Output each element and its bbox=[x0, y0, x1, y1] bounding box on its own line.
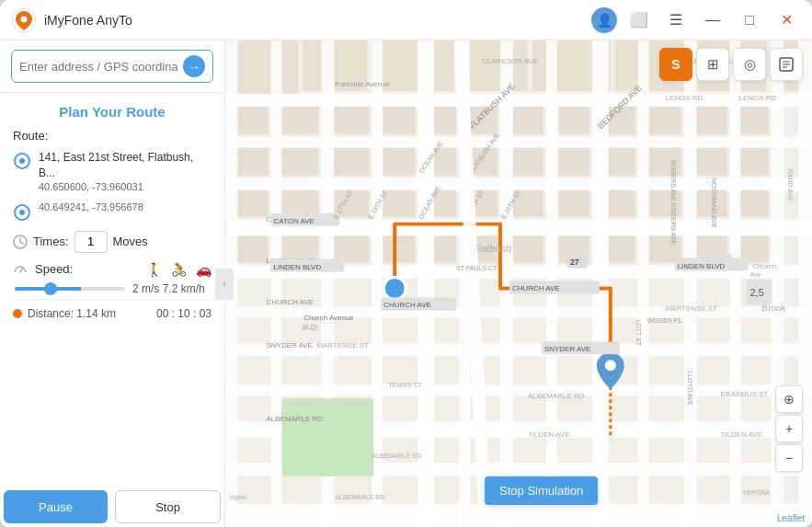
svg-text:MARTENSE ST: MARTENSE ST bbox=[316, 341, 369, 349]
search-input[interactable] bbox=[19, 60, 177, 74]
pause-button[interactable]: Pause bbox=[4, 490, 108, 523]
svg-rect-20 bbox=[225, 137, 812, 148]
svg-rect-40 bbox=[684, 40, 697, 527]
waypoint-2-coords: 40.649241, -73.956678 bbox=[39, 201, 143, 212]
stop-simulation-button[interactable]: Stop Simulation bbox=[485, 476, 598, 505]
svg-rect-46 bbox=[334, 107, 369, 134]
svg-text:SNYDER AVE: SNYDER AVE bbox=[544, 345, 590, 353]
menu-button[interactable]: ☰ bbox=[661, 6, 691, 35]
svg-rect-45 bbox=[281, 107, 318, 134]
speed-slider-row: 2 m/s 7.2 km/h bbox=[13, 282, 212, 295]
svg-text:TILDEN AVE: TILDEN AVE bbox=[528, 430, 569, 439]
svg-text:TILDEN AVE: TILDEN AVE bbox=[721, 430, 762, 439]
svg-text:LENOX RD: LENOX RD bbox=[666, 94, 703, 102]
waypoint-1-address: 141, East 21st Street, Flatbush, B... bbox=[39, 150, 212, 181]
action-buttons: Pause Stop bbox=[0, 490, 224, 527]
waypoint-1: 141, East 21st Street, Flatbush, B... 40… bbox=[13, 150, 212, 192]
clock-icon bbox=[13, 235, 28, 249]
left-panel: → Plan Your Route Route: bbox=[0, 40, 225, 527]
svg-rect-80 bbox=[238, 236, 269, 263]
compass-icon: ⊕ bbox=[783, 392, 795, 407]
svg-text:Church Avenue: Church Avenue bbox=[303, 314, 354, 322]
svg-text:CLARKSON AVE: CLARKSON AVE bbox=[482, 57, 538, 65]
compass-button[interactable]: ⊕ bbox=[775, 385, 803, 413]
waypoint-1-coords: 40.650600, -73.960031 bbox=[39, 181, 212, 192]
waypoint-2-info: 40.649241, -73.956678 bbox=[39, 201, 143, 212]
svg-text:LINDEN BLVD: LINDEN BLVD bbox=[274, 263, 322, 271]
tool-route-button[interactable]: ⊞ bbox=[696, 48, 729, 81]
minimize-icon: — bbox=[705, 12, 720, 29]
svg-text:ington: ington bbox=[230, 494, 247, 501]
close-button[interactable]: ✕ bbox=[772, 6, 801, 35]
zoom-in-icon: + bbox=[785, 421, 793, 436]
svg-text:2,5: 2,5 bbox=[750, 287, 764, 298]
zoom-in-button[interactable]: + bbox=[775, 415, 803, 442]
history-icon bbox=[778, 56, 795, 73]
speed-slider[interactable] bbox=[15, 287, 125, 291]
svg-text:RAND AVE: RAND AVE bbox=[787, 169, 794, 201]
maximize-button[interactable]: □ bbox=[735, 6, 764, 35]
s-icon: S bbox=[671, 57, 680, 72]
svg-text:27: 27 bbox=[570, 258, 579, 267]
stop-button[interactable]: Stop bbox=[115, 490, 221, 523]
minimize-button[interactable]: — bbox=[698, 6, 727, 35]
svg-point-5 bbox=[19, 210, 25, 215]
zoom-out-button[interactable]: − bbox=[775, 444, 803, 472]
search-submit-button[interactable]: → bbox=[183, 55, 205, 77]
svg-text:VERONA: VERONA bbox=[743, 489, 771, 496]
menu-icon: ☰ bbox=[669, 11, 682, 29]
svg-rect-25 bbox=[225, 343, 812, 356]
svg-text:ALBEMARLE RD: ALBEMARLE RD bbox=[528, 392, 585, 400]
dist-time-row: Distance: 1.14 km 00 : 10 : 03 bbox=[13, 299, 212, 327]
svg-rect-75 bbox=[559, 190, 589, 217]
svg-text:NOSTRAND AVE: NOSTRAND AVE bbox=[711, 178, 717, 228]
svg-line-8 bbox=[20, 242, 23, 244]
svg-text:Flatbush: Flatbush bbox=[473, 243, 511, 254]
svg-rect-63 bbox=[559, 148, 589, 176]
svg-point-1 bbox=[21, 16, 28, 22]
svg-rect-31 bbox=[271, 40, 282, 527]
app-logo bbox=[11, 7, 37, 33]
svg-rect-39 bbox=[638, 40, 649, 527]
times-input[interactable] bbox=[74, 231, 108, 253]
svg-text:ALBEMARLE RD: ALBEMARLE RD bbox=[372, 453, 421, 459]
svg-text:ERASMUS ST: ERASMUS ST bbox=[721, 390, 769, 398]
route-icon: ⊞ bbox=[707, 56, 719, 73]
leaflet-link[interactable]: Leaflet bbox=[777, 513, 805, 523]
tool-history-button[interactable] bbox=[770, 48, 803, 81]
map-area[interactable]: FLATBUSH AVE BEDFORD AVE CATON AVE LINDE… bbox=[225, 40, 812, 527]
bike-icon[interactable]: 🚴 bbox=[171, 262, 187, 277]
nav-controls: ⊕ + − bbox=[775, 385, 803, 472]
times-label: Times: bbox=[33, 235, 69, 248]
svg-text:CATON AVE: CATON AVE bbox=[274, 217, 315, 225]
svg-point-94 bbox=[383, 278, 406, 300]
svg-rect-51 bbox=[559, 107, 589, 134]
svg-rect-57 bbox=[281, 148, 318, 176]
close-icon: ✕ bbox=[781, 11, 793, 29]
walk-icon[interactable]: 🚶 bbox=[146, 262, 162, 277]
screen-button[interactable]: ⬜ bbox=[624, 6, 654, 35]
tool-location-button[interactable]: ◎ bbox=[733, 48, 766, 81]
tool-s-button[interactable]: S bbox=[659, 48, 692, 81]
svg-text:WOODS PL: WOODS PL bbox=[647, 317, 682, 324]
svg-rect-44 bbox=[238, 107, 269, 134]
svg-rect-19 bbox=[225, 94, 812, 107]
distance-text: Distance: 1.14 km bbox=[28, 307, 116, 320]
maximize-icon: □ bbox=[745, 12, 754, 29]
svg-rect-86 bbox=[513, 236, 543, 263]
app-window: iMyFone AnyTo 👤 ⬜ ☰ — □ ✕ bbox=[0, 0, 812, 527]
svg-text:ALBEMARLE RD: ALBEMARLE RD bbox=[267, 415, 324, 423]
car-icon[interactable]: 🚗 bbox=[196, 262, 212, 277]
svg-rect-71 bbox=[383, 190, 415, 217]
svg-rect-47 bbox=[383, 107, 415, 134]
speed-value: 2 m/s 7.2 km/h bbox=[132, 282, 205, 295]
collapse-arrow[interactable]: ‹ bbox=[215, 269, 234, 300]
waypoint-1-icon bbox=[13, 152, 31, 170]
user-avatar[interactable]: 👤 bbox=[591, 7, 617, 33]
waypoint-2-icon bbox=[13, 203, 31, 222]
zoom-out-icon: − bbox=[785, 451, 793, 465]
svg-text:LLOYD AVE: LLOYD AVE bbox=[687, 371, 693, 406]
plan-section: Plan Your Route Route: 141, East 21st St… bbox=[0, 93, 224, 490]
plan-title: Plan Your Route bbox=[13, 104, 212, 120]
svg-rect-68 bbox=[238, 190, 269, 217]
